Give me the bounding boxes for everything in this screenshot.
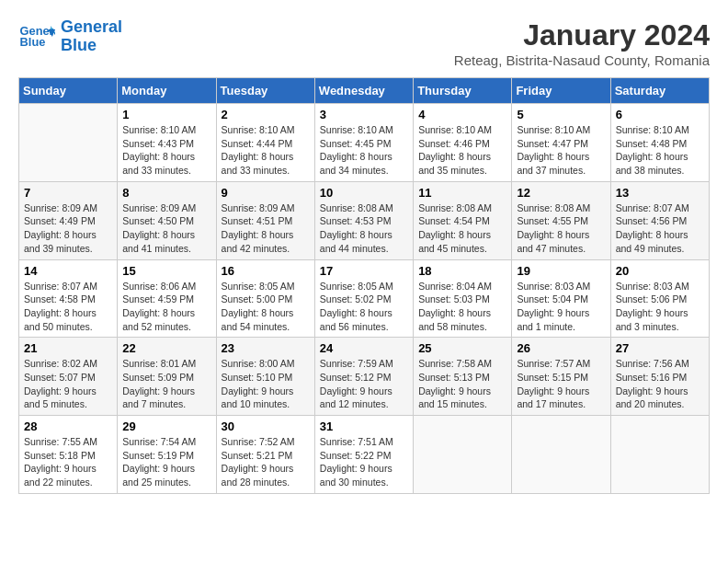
day-number: 29 xyxy=(122,419,210,433)
day-info: Sunrise: 8:01 AMSunset: 5:09 PMDaylight:… xyxy=(122,357,210,411)
day-cell: 9Sunrise: 8:09 AMSunset: 4:51 PMDaylight… xyxy=(216,181,314,259)
day-number: 30 xyxy=(222,419,310,433)
day-cell: 6Sunrise: 8:10 AMSunset: 4:48 PMDaylight… xyxy=(610,104,709,182)
day-cell: 25Sunrise: 7:58 AMSunset: 5:13 PMDayligh… xyxy=(414,338,512,416)
day-cell: 8Sunrise: 8:09 AMSunset: 4:50 PMDaylight… xyxy=(118,181,216,259)
day-info: Sunrise: 8:10 AMSunset: 4:45 PMDaylight:… xyxy=(320,123,408,178)
header: General Blue General Blue January 2024 R… xyxy=(18,18,710,68)
day-info: Sunrise: 8:03 AMSunset: 5:06 PMDaylight:… xyxy=(616,280,704,334)
day-cell: 10Sunrise: 8:08 AMSunset: 4:53 PMDayligh… xyxy=(314,181,413,259)
day-cell: 20Sunrise: 8:03 AMSunset: 5:06 PMDayligh… xyxy=(610,259,709,338)
day-info: Sunrise: 8:03 AMSunset: 5:04 PMDaylight:… xyxy=(517,280,605,334)
header-day-monday: Monday xyxy=(118,78,216,104)
logo-icon: General Blue xyxy=(18,18,55,55)
day-number: 15 xyxy=(122,264,210,278)
day-info: Sunrise: 8:02 AMSunset: 5:07 PMDaylight:… xyxy=(24,357,112,411)
day-number: 31 xyxy=(320,419,408,433)
week-row-3: 14Sunrise: 8:07 AMSunset: 4:58 PMDayligh… xyxy=(19,259,710,338)
day-number: 27 xyxy=(616,341,704,355)
day-cell xyxy=(414,416,512,494)
logo-text: General Blue xyxy=(61,18,122,55)
day-number: 28 xyxy=(24,419,112,433)
day-info: Sunrise: 8:04 AMSunset: 5:03 PMDaylight:… xyxy=(418,280,506,334)
day-cell: 27Sunrise: 7:56 AMSunset: 5:16 PMDayligh… xyxy=(610,338,709,416)
day-info: Sunrise: 8:09 AMSunset: 4:50 PMDaylight:… xyxy=(122,201,210,256)
day-info: Sunrise: 8:05 AMSunset: 5:00 PMDaylight:… xyxy=(222,280,310,334)
calendar-title: January 2024 xyxy=(454,18,710,52)
title-section: January 2024 Reteag, Bistrita-Nasaud Cou… xyxy=(454,18,710,68)
day-number: 25 xyxy=(418,341,506,355)
day-info: Sunrise: 8:07 AMSunset: 4:58 PMDaylight:… xyxy=(24,280,112,334)
day-info: Sunrise: 8:09 AMSunset: 4:51 PMDaylight:… xyxy=(222,201,310,256)
day-info: Sunrise: 7:58 AMSunset: 5:13 PMDaylight:… xyxy=(418,357,506,411)
day-info: Sunrise: 8:08 AMSunset: 4:55 PMDaylight:… xyxy=(517,201,605,256)
header-row: SundayMondayTuesdayWednesdayThursdayFrid… xyxy=(19,78,710,104)
day-number: 13 xyxy=(616,186,704,200)
day-info: Sunrise: 7:54 AMSunset: 5:19 PMDaylight:… xyxy=(122,435,210,489)
day-info: Sunrise: 8:08 AMSunset: 4:53 PMDaylight:… xyxy=(320,201,408,256)
svg-text:Blue: Blue xyxy=(20,35,46,49)
day-info: Sunrise: 8:10 AMSunset: 4:44 PMDaylight:… xyxy=(222,123,310,178)
day-cell: 31Sunrise: 7:51 AMSunset: 5:22 PMDayligh… xyxy=(314,416,413,494)
day-cell: 30Sunrise: 7:52 AMSunset: 5:21 PMDayligh… xyxy=(216,416,314,494)
day-number: 2 xyxy=(222,108,310,121)
day-number: 10 xyxy=(320,186,408,200)
header-day-saturday: Saturday xyxy=(610,78,709,104)
day-cell: 3Sunrise: 8:10 AMSunset: 4:45 PMDaylight… xyxy=(314,104,413,182)
day-info: Sunrise: 7:55 AMSunset: 5:18 PMDaylight:… xyxy=(24,435,112,489)
calendar-subtitle: Reteag, Bistrita-Nasaud County, Romania xyxy=(454,52,710,68)
day-cell: 24Sunrise: 7:59 AMSunset: 5:12 PMDayligh… xyxy=(314,338,413,416)
day-info: Sunrise: 8:10 AMSunset: 4:43 PMDaylight:… xyxy=(122,123,210,178)
day-info: Sunrise: 7:51 AMSunset: 5:22 PMDaylight:… xyxy=(320,435,408,489)
day-info: Sunrise: 8:08 AMSunset: 4:54 PMDaylight:… xyxy=(418,201,506,256)
week-row-2: 7Sunrise: 8:09 AMSunset: 4:49 PMDaylight… xyxy=(19,181,710,259)
day-cell: 22Sunrise: 8:01 AMSunset: 5:09 PMDayligh… xyxy=(118,338,216,416)
day-cell xyxy=(512,416,610,494)
day-cell: 12Sunrise: 8:08 AMSunset: 4:55 PMDayligh… xyxy=(512,181,610,259)
day-info: Sunrise: 8:06 AMSunset: 4:59 PMDaylight:… xyxy=(122,280,210,334)
day-number: 4 xyxy=(418,108,506,121)
day-cell: 16Sunrise: 8:05 AMSunset: 5:00 PMDayligh… xyxy=(216,259,314,338)
day-cell: 18Sunrise: 8:04 AMSunset: 5:03 PMDayligh… xyxy=(414,259,512,338)
day-info: Sunrise: 8:00 AMSunset: 5:10 PMDaylight:… xyxy=(222,357,310,411)
day-number: 26 xyxy=(517,341,605,355)
day-cell: 5Sunrise: 8:10 AMSunset: 4:47 PMDaylight… xyxy=(512,104,610,182)
day-number: 17 xyxy=(320,264,408,278)
day-number: 20 xyxy=(616,264,704,278)
day-cell: 1Sunrise: 8:10 AMSunset: 4:43 PMDaylight… xyxy=(118,104,216,182)
day-cell: 4Sunrise: 8:10 AMSunset: 4:46 PMDaylight… xyxy=(414,104,512,182)
day-cell: 13Sunrise: 8:07 AMSunset: 4:56 PMDayligh… xyxy=(610,181,709,259)
day-cell: 17Sunrise: 8:05 AMSunset: 5:02 PMDayligh… xyxy=(314,259,413,338)
day-info: Sunrise: 8:10 AMSunset: 4:48 PMDaylight:… xyxy=(616,123,704,178)
day-cell: 28Sunrise: 7:55 AMSunset: 5:18 PMDayligh… xyxy=(19,416,118,494)
header-day-friday: Friday xyxy=(512,78,610,104)
day-number: 5 xyxy=(517,108,605,121)
day-number: 3 xyxy=(320,108,408,121)
day-number: 16 xyxy=(222,264,310,278)
day-cell xyxy=(610,416,709,494)
day-number: 24 xyxy=(320,341,408,355)
day-number: 6 xyxy=(616,108,704,121)
day-info: Sunrise: 8:09 AMSunset: 4:49 PMDaylight:… xyxy=(24,201,112,256)
day-number: 7 xyxy=(24,186,112,200)
day-cell xyxy=(19,104,118,182)
day-info: Sunrise: 8:05 AMSunset: 5:02 PMDaylight:… xyxy=(320,280,408,334)
day-info: Sunrise: 7:57 AMSunset: 5:15 PMDaylight:… xyxy=(517,357,605,411)
day-cell: 26Sunrise: 7:57 AMSunset: 5:15 PMDayligh… xyxy=(512,338,610,416)
day-info: Sunrise: 8:10 AMSunset: 4:46 PMDaylight:… xyxy=(418,123,506,178)
day-info: Sunrise: 7:52 AMSunset: 5:21 PMDaylight:… xyxy=(222,435,310,489)
header-day-thursday: Thursday xyxy=(414,78,512,104)
day-cell: 11Sunrise: 8:08 AMSunset: 4:54 PMDayligh… xyxy=(414,181,512,259)
week-row-1: 1Sunrise: 8:10 AMSunset: 4:43 PMDaylight… xyxy=(19,104,710,182)
header-day-sunday: Sunday xyxy=(19,78,118,104)
logo: General Blue General Blue xyxy=(18,18,122,55)
header-day-wednesday: Wednesday xyxy=(314,78,413,104)
day-cell: 19Sunrise: 8:03 AMSunset: 5:04 PMDayligh… xyxy=(512,259,610,338)
calendar-table: SundayMondayTuesdayWednesdayThursdayFrid… xyxy=(18,77,710,494)
day-number: 8 xyxy=(122,186,210,200)
day-info: Sunrise: 8:10 AMSunset: 4:47 PMDaylight:… xyxy=(517,123,605,178)
day-number: 11 xyxy=(418,186,506,200)
day-number: 12 xyxy=(517,186,605,200)
day-cell: 15Sunrise: 8:06 AMSunset: 4:59 PMDayligh… xyxy=(118,259,216,338)
day-number: 23 xyxy=(222,341,310,355)
